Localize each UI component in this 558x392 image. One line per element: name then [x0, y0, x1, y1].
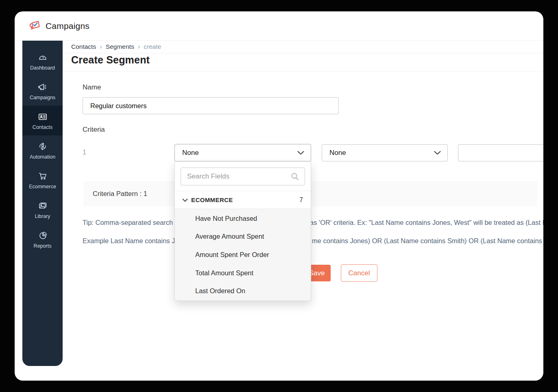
- breadcrumb: Contacts › Segments › create: [63, 41, 543, 53]
- automation-icon: [37, 141, 48, 152]
- search-fields-input[interactable]: [181, 168, 305, 185]
- criteria-field-select-value: None: [182, 149, 297, 157]
- tip-line1-right: as 'OR' criteria. Ex: "Last Name contain…: [310, 219, 543, 226]
- sidebar-item-label: Contacts: [33, 124, 52, 130]
- page-title: Create Segment: [71, 54, 150, 66]
- sidebar-item-reports[interactable]: Reports: [22, 224, 63, 254]
- dashboard-icon: [37, 52, 48, 63]
- sidebar-item-library[interactable]: Library: [22, 195, 63, 224]
- sidebar-item-automation[interactable]: Automation: [22, 135, 63, 165]
- dropdown-item[interactable]: Average Amount Spent: [175, 228, 311, 246]
- tip-line2-right: me contains Jones) OR (Last Name contain…: [312, 237, 543, 245]
- sidebar-item-campaigns[interactable]: Campaigns: [22, 76, 63, 106]
- campaigns-icon: [37, 82, 48, 92]
- dropdown-items-list: Have Not Purchased Average Amount Spent …: [175, 209, 311, 301]
- sidebar-item-label: Reports: [34, 243, 52, 249]
- sidebar-item-label: Ecommerce: [29, 184, 56, 189]
- sidebar-item-label: Automation: [30, 154, 55, 160]
- sidebar-item-label: Campaigns: [30, 95, 55, 100]
- criteria-field-select[interactable]: None: [174, 144, 311, 161]
- criteria-label: Criteria: [83, 126, 105, 134]
- sidebar-item-label: Library: [35, 213, 50, 219]
- ecommerce-icon: [37, 171, 48, 181]
- app-header: Campaigns: [15, 11, 543, 41]
- segment-name-input[interactable]: [83, 97, 339, 114]
- chevron-down-icon: [434, 149, 441, 157]
- breadcrumb-contacts[interactable]: Contacts: [71, 43, 96, 50]
- sidebar: Dashboard Campaigns: [22, 41, 63, 366]
- criteria-row-number: 1: [83, 149, 86, 156]
- dropdown-item[interactable]: Amount Spent Per Order: [175, 246, 311, 264]
- app-title: Campaigns: [46, 21, 89, 31]
- sidebar-item-ecommerce[interactable]: Ecommerce: [22, 165, 63, 195]
- chevron-right-icon: ›: [138, 43, 140, 51]
- breadcrumb-create: create: [144, 43, 161, 50]
- sidebar-item-label: Dashboard: [30, 65, 55, 71]
- tip-line1-left: Tip: Comma-separated search: [83, 219, 173, 226]
- field-dropdown-panel: ECOMMERCE 7 Have Not Purchased Average A…: [174, 161, 311, 301]
- chevron-right-icon: ›: [100, 43, 102, 51]
- title-bar: Create Segment: [63, 53, 543, 72]
- dropdown-item[interactable]: Total Amount Spent: [175, 264, 311, 282]
- dropdown-item[interactable]: Last Ordered On: [175, 282, 311, 300]
- dropdown-group-count: 7: [299, 196, 303, 204]
- library-icon: [37, 200, 48, 211]
- criteria-value-input[interactable]: [458, 144, 543, 161]
- criteria-pattern-text: Criteria Pattern : 1: [93, 190, 147, 198]
- sidebar-item-dashboard[interactable]: Dashboard: [22, 46, 63, 76]
- criteria-operator-select-value: None: [329, 149, 434, 157]
- chevron-down-icon: [297, 149, 304, 157]
- criteria-operator-select[interactable]: None: [322, 144, 448, 161]
- tip-line2-left: Example Last Name contains J: [83, 237, 175, 245]
- reports-icon: [37, 230, 48, 241]
- screen-background: Campaigns Dashboard: [0, 0, 558, 392]
- search-icon: [290, 172, 299, 183]
- breadcrumb-segments[interactable]: Segments: [106, 43, 134, 50]
- chevron-down-icon: [182, 196, 188, 204]
- name-label: Name: [83, 83, 101, 91]
- sidebar-item-contacts[interactable]: Contacts: [22, 106, 63, 135]
- dropdown-search-section: [175, 161, 311, 191]
- dropdown-group-ecommerce[interactable]: ECOMMERCE 7: [175, 191, 311, 209]
- campaigns-logo-icon: [28, 19, 41, 33]
- cancel-button[interactable]: Cancel: [341, 264, 377, 282]
- dropdown-group-label: ECOMMERCE: [191, 196, 296, 203]
- app-window: Campaigns Dashboard: [15, 11, 543, 381]
- contacts-icon: [37, 111, 48, 122]
- dropdown-item[interactable]: Have Not Purchased: [175, 209, 311, 228]
